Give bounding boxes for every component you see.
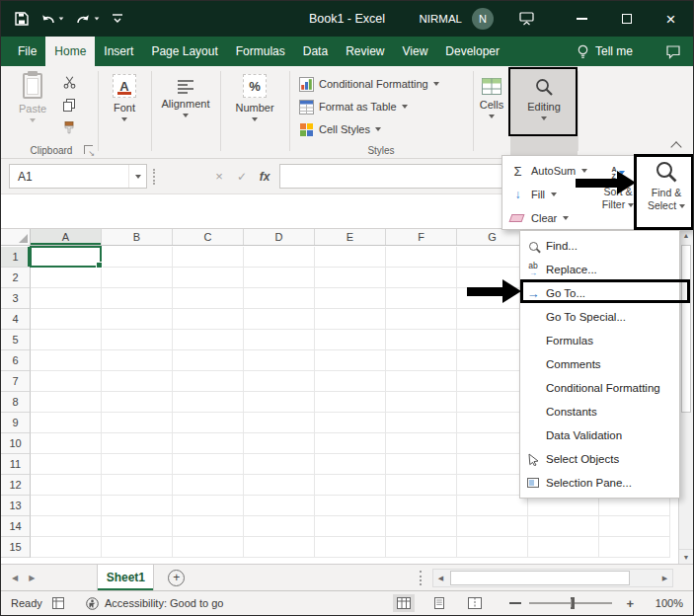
row-header-4[interactable]: 4 — [1, 309, 31, 330]
cell-D7[interactable] — [244, 371, 315, 392]
cell-G13[interactable] — [457, 496, 528, 516]
cell-I13[interactable] — [599, 496, 670, 516]
cell-C5[interactable] — [173, 330, 244, 350]
cell-D9[interactable] — [244, 413, 315, 433]
menu-item-comments[interactable]: Comments — [520, 352, 679, 376]
row-header-3[interactable]: 3 — [1, 288, 31, 309]
row-header-10[interactable]: 10 — [1, 433, 31, 454]
cell-E2[interactable] — [315, 268, 386, 288]
cell-F2[interactable] — [386, 268, 457, 288]
cell-F10[interactable] — [386, 433, 457, 454]
row-header-2[interactable]: 2 — [1, 268, 31, 288]
menu-item-replace[interactable]: Replace... — [520, 258, 679, 281]
cell-D1[interactable] — [244, 247, 315, 268]
zoom-level-button[interactable]: 100% — [648, 597, 683, 609]
cell-D11[interactable] — [244, 454, 315, 475]
alignment-group-button[interactable]: Alignment — [151, 66, 220, 158]
cell-G7[interactable] — [457, 371, 528, 392]
row-header-13[interactable]: 13 — [1, 496, 31, 516]
sheet-tab-sheet1[interactable]: Sheet1 — [97, 565, 154, 590]
cell-F15[interactable] — [386, 537, 457, 558]
cell-D4[interactable] — [244, 309, 315, 330]
cell-B11[interactable] — [102, 454, 173, 475]
cell-A8[interactable] — [31, 392, 102, 413]
conditional-formatting-button[interactable]: Conditional Formatting — [299, 74, 439, 94]
format-as-table-button[interactable]: Format as Table — [299, 97, 408, 116]
cell-F7[interactable] — [386, 371, 457, 392]
cell-I14[interactable] — [599, 516, 670, 537]
cell-F3[interactable] — [386, 288, 457, 309]
row-header-7[interactable]: 7 — [1, 371, 31, 392]
tab-view[interactable]: View — [394, 37, 437, 66]
cell-H14[interactable] — [528, 516, 599, 537]
menu-item-data-validation[interactable]: Data Validation — [520, 424, 679, 447]
cell-E4[interactable] — [315, 309, 386, 330]
cell-F1[interactable] — [386, 247, 457, 268]
cell-G9[interactable] — [457, 413, 528, 433]
tell-me-button[interactable]: Tell me — [577, 44, 633, 59]
zoom-slider[interactable] — [529, 596, 612, 610]
cell-B13[interactable] — [102, 496, 173, 516]
row-header-11[interactable]: 11 — [1, 454, 31, 475]
row-header-9[interactable]: 9 — [1, 413, 31, 433]
cell-E7[interactable] — [315, 371, 386, 392]
cell-E5[interactable] — [315, 330, 386, 350]
cell-C15[interactable] — [173, 537, 244, 558]
cell-A15[interactable] — [31, 537, 102, 558]
column-header-D[interactable]: D — [244, 229, 315, 245]
next-sheet-button[interactable] — [29, 574, 35, 582]
row-header-8[interactable]: 8 — [1, 392, 31, 413]
zoom-out-button[interactable] — [509, 602, 521, 604]
page-break-preview-button[interactable] — [464, 594, 486, 612]
cell-A1[interactable] — [31, 247, 102, 268]
menu-item-find[interactable]: Find... — [520, 234, 679, 258]
account-avatar[interactable]: N — [472, 8, 494, 30]
cell-D6[interactable] — [244, 350, 315, 371]
cell-G5[interactable] — [457, 330, 528, 350]
cell-D2[interactable] — [244, 268, 315, 288]
tab-data[interactable]: Data — [294, 37, 337, 66]
cell-F12[interactable] — [386, 475, 457, 496]
tab-home[interactable]: Home — [45, 37, 95, 66]
clipboard-dialog-launcher[interactable] — [84, 145, 93, 154]
cell-A6[interactable] — [31, 350, 102, 371]
column-header-B[interactable]: B — [102, 229, 173, 245]
tab-formulas[interactable]: Formulas — [227, 37, 294, 66]
cell-D8[interactable] — [244, 392, 315, 413]
cell-F8[interactable] — [386, 392, 457, 413]
cells-group-button[interactable]: Cells — [473, 66, 510, 158]
clear-button[interactable]: Clear — [510, 208, 569, 228]
tab-splitter-handle[interactable] — [420, 571, 422, 585]
cell-F13[interactable] — [386, 496, 457, 516]
cell-E15[interactable] — [315, 537, 386, 558]
cell-G11[interactable] — [457, 454, 528, 475]
comments-button[interactable] — [665, 44, 681, 59]
format-painter-button[interactable] — [60, 119, 78, 136]
accessibility-status-button[interactable]: Accessibility: Good to go — [86, 597, 223, 610]
cell-A7[interactable] — [31, 371, 102, 392]
minimize-button[interactable] — [560, 1, 604, 37]
cell-C2[interactable] — [173, 268, 244, 288]
column-header-A[interactable]: A — [31, 229, 102, 245]
select-all-corner[interactable] — [1, 229, 31, 245]
cell-B4[interactable] — [102, 309, 173, 330]
row-header-6[interactable]: 6 — [1, 350, 31, 371]
cell-styles-button[interactable]: Cell Styles — [299, 119, 381, 139]
cell-B8[interactable] — [102, 392, 173, 413]
cell-E9[interactable] — [315, 413, 386, 433]
cell-A13[interactable] — [31, 496, 102, 516]
account-name[interactable]: NIRMAL — [420, 13, 462, 25]
menu-item-select-objects[interactable]: Select Objects — [520, 447, 679, 471]
menu-item-conditional-formatting[interactable]: Conditional Formatting — [520, 376, 679, 400]
copy-button[interactable] — [60, 97, 78, 114]
name-box[interactable]: A1 — [9, 164, 147, 189]
new-sheet-button[interactable] — [168, 570, 185, 586]
cell-A11[interactable] — [31, 454, 102, 475]
zoom-in-button[interactable] — [626, 596, 634, 611]
vertical-scrollbar[interactable] — [678, 228, 693, 564]
horizontal-scrollbar-track[interactable] — [448, 570, 657, 586]
cell-B6[interactable] — [102, 350, 173, 371]
cell-B7[interactable] — [102, 371, 173, 392]
cell-C10[interactable] — [173, 433, 244, 454]
cell-B9[interactable] — [102, 413, 173, 433]
